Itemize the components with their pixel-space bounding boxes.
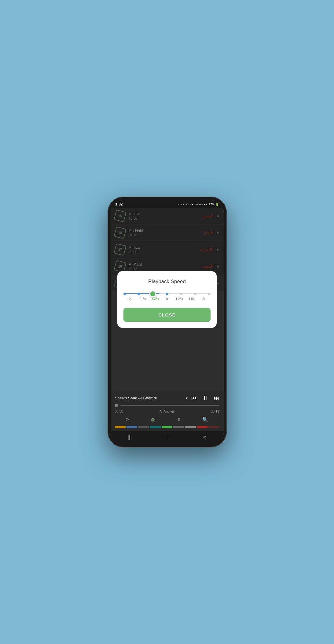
phone-screen: 1:02 ≈ VoLTE1▲▼ VoLTE2▲▼ 97% 🔋 15 Al-Hij	[111, 200, 224, 444]
reciter-name: Sheikh Saad Al Ghamdi	[115, 396, 157, 400]
battery-text: 97%	[209, 203, 214, 206]
bottom-player: Sheikh Saad Al Ghamdi ▾ ⏮ ⏸ ⏭	[111, 391, 224, 431]
reciter-dropdown-icon[interactable]: ▾	[186, 396, 188, 400]
dialog-overlay: Playback Speed	[111, 208, 224, 391]
swatch-2	[127, 426, 137, 428]
dialog-title: Playback Speed	[123, 279, 211, 285]
slider-track	[125, 293, 210, 294]
prev-track-button[interactable]: ⏮	[191, 395, 197, 401]
nav-bar: ||| □ <	[111, 431, 224, 444]
next-track-button[interactable]: ⏭	[214, 395, 219, 401]
signal2-icon: VoLTE2▲▼	[195, 203, 208, 206]
swatch-5	[162, 426, 172, 428]
label-n2x: -2x	[124, 297, 136, 301]
swatch-7	[185, 426, 196, 428]
wifi-icon: ≈	[178, 203, 179, 206]
player-top-row: Sheikh Saad Al Ghamdi ▾ ⏮ ⏸ ⏭	[115, 394, 219, 402]
slider-thumb[interactable]	[149, 291, 156, 297]
label-n125x: -1.25x	[149, 297, 161, 301]
label-2x: 2x	[198, 297, 210, 301]
dot-15x	[194, 293, 196, 295]
speed-icon[interactable]: ◎	[151, 417, 155, 423]
dot-n2x	[123, 293, 126, 295]
pause-button[interactable]: ⏸	[202, 394, 208, 402]
close-button[interactable]: CLOSE	[123, 308, 211, 322]
recents-button[interactable]: |||	[127, 434, 132, 441]
signal-icon: VoLTE1▲▼	[180, 203, 194, 206]
swatch-1	[115, 426, 126, 428]
label-15x: 1.5x	[185, 297, 198, 301]
phone-device: 1:02 ≈ VoLTE1▲▼ VoLTE2▲▼ 97% 🔋 15 Al-Hij	[108, 197, 227, 447]
swatch-9	[208, 426, 219, 428]
time-elapsed: 00:38	[115, 409, 123, 413]
speed-slider-container[interactable]	[123, 293, 211, 294]
slider-labels: -2x -1.5x -1.25x 1x 1.25x 1.5x 2x	[123, 297, 211, 301]
swatches	[115, 426, 219, 428]
time-total: 25:11	[211, 409, 219, 413]
dot-2x	[208, 293, 211, 295]
swatch-6	[173, 426, 184, 428]
dot-125x	[180, 293, 182, 295]
label-n15x: -1.5x	[136, 297, 149, 301]
label-1x: 1x	[161, 297, 173, 301]
progress-section	[115, 404, 219, 407]
player-controls: ⏮ ⏸ ⏭	[191, 394, 219, 402]
track-name: Al-Anbiya'	[160, 409, 174, 413]
playback-speed-dialog: Playback Speed	[117, 271, 217, 328]
battery-icon: 🔋	[215, 203, 219, 206]
share-icon[interactable]: ⬆	[177, 417, 181, 423]
back-button[interactable]: <	[203, 434, 207, 441]
status-time: 1:02	[116, 202, 123, 206]
main-content: 15 Al-Hijr 13:56 الحجر ▶ 16 An-Nahl	[111, 208, 224, 444]
status-icons: ≈ VoLTE1▲▼ VoLTE2▲▼ 97% 🔋	[178, 203, 218, 206]
swatch-4	[150, 426, 160, 428]
swatch-8	[197, 426, 207, 428]
home-button[interactable]: □	[166, 434, 169, 441]
player-action-row: ⟳ ◎ ⬆ 🔍	[115, 416, 219, 424]
progress-bar[interactable]	[120, 405, 219, 406]
progress-thumb[interactable]	[115, 404, 118, 407]
dot-n15x	[138, 293, 140, 295]
swatch-3	[138, 426, 149, 428]
status-bar: 1:02 ≈ VoLTE1▲▼ VoLTE2▲▼ 97% 🔋	[111, 200, 224, 208]
surah-list: 15 Al-Hijr 13:56 الحجر ▶ 16 An-Nahl	[111, 208, 224, 391]
label-125x: 1.25x	[173, 297, 185, 301]
repeat-icon[interactable]: ⟳	[126, 417, 130, 423]
search-icon[interactable]: 🔍	[202, 417, 208, 423]
track-info: 00:38 Al-Anbiya' 25:11	[115, 409, 219, 413]
dot-1x	[166, 293, 168, 295]
